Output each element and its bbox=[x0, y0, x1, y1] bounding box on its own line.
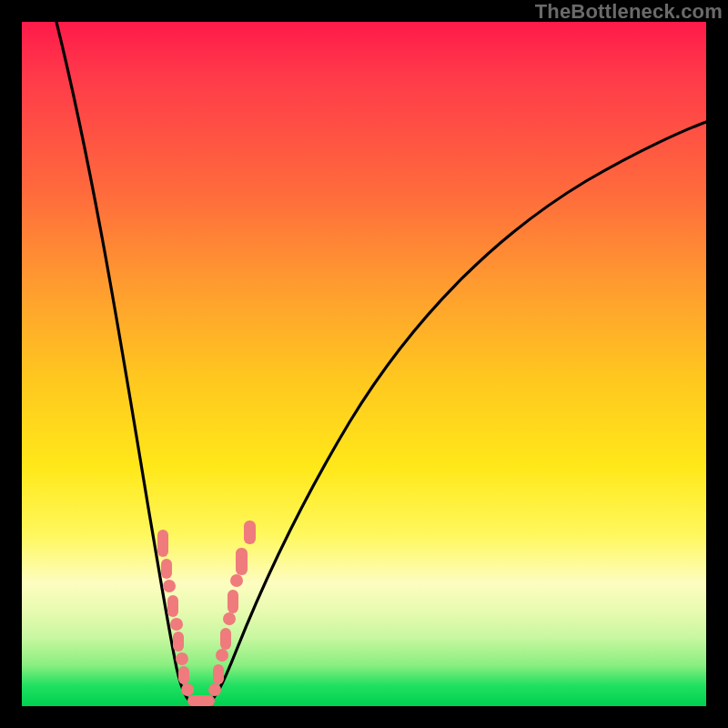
bead bbox=[213, 664, 224, 684]
bead bbox=[161, 559, 172, 579]
bead bbox=[244, 521, 256, 544]
bead bbox=[167, 595, 178, 617]
bead bbox=[176, 652, 188, 665]
bead bbox=[178, 666, 189, 684]
bead bbox=[187, 695, 215, 706]
bead bbox=[223, 612, 236, 625]
bead bbox=[173, 632, 184, 652]
curve-right-arm bbox=[211, 122, 706, 701]
bottleneck-curve-svg bbox=[22, 22, 706, 706]
bead bbox=[216, 649, 228, 662]
watermark-text: TheBottleneck.com bbox=[535, 0, 723, 24]
bead bbox=[170, 618, 183, 631]
bead bbox=[181, 683, 194, 696]
bead bbox=[236, 548, 248, 575]
bead bbox=[157, 530, 168, 557]
bead bbox=[230, 574, 243, 587]
bead bbox=[228, 590, 238, 613]
bead bbox=[208, 683, 221, 696]
bead bbox=[163, 580, 176, 592]
chart-plot-area bbox=[22, 22, 706, 706]
bead bbox=[220, 628, 231, 650]
